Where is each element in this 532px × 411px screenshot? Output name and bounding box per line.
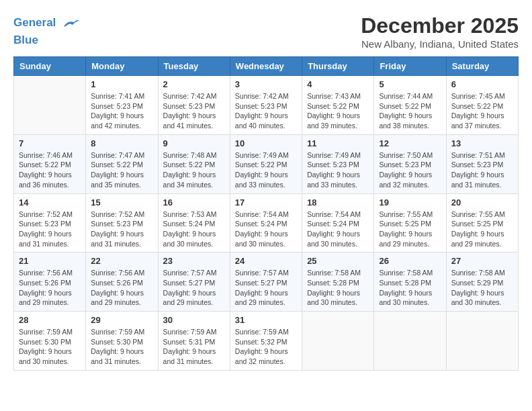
- day-number: 4: [307, 79, 369, 89]
- calendar-cell: 2Sunrise: 7:42 AMSunset: 5:23 PMDaylight…: [158, 76, 230, 135]
- day-number: 12: [379, 138, 441, 148]
- day-number: 13: [451, 138, 513, 148]
- calendar-cell: [446, 312, 518, 371]
- day-number: 17: [235, 197, 297, 208]
- day-info: Sunrise: 7:54 AMSunset: 5:24 PMDaylight:…: [235, 210, 297, 249]
- logo-text-blue: Blue: [13, 34, 81, 47]
- day-info: Sunrise: 7:45 AMSunset: 5:22 PMDaylight:…: [451, 91, 513, 131]
- day-info: Sunrise: 7:52 AMSunset: 5:23 PMDaylight:…: [91, 210, 152, 249]
- day-number: 11: [307, 138, 369, 148]
- calendar-cell: 6Sunrise: 7:45 AMSunset: 5:22 PMDaylight…: [446, 76, 518, 135]
- day-number: 24: [235, 256, 297, 266]
- day-info: Sunrise: 7:49 AMSunset: 5:23 PMDaylight:…: [307, 150, 369, 190]
- day-number: 28: [19, 315, 81, 325]
- day-info: Sunrise: 7:46 AMSunset: 5:22 PMDaylight:…: [19, 150, 81, 190]
- calendar-week-row: 21Sunrise: 7:56 AMSunset: 5:26 PMDayligh…: [14, 253, 519, 312]
- day-info: Sunrise: 7:55 AMSunset: 5:25 PMDaylight:…: [379, 210, 441, 249]
- title-section: December 2025 New Albany, Indiana, Unite…: [361, 13, 519, 50]
- day-number: 15: [91, 197, 152, 208]
- calendar-cell: 14Sunrise: 7:52 AMSunset: 5:23 PMDayligh…: [14, 193, 86, 253]
- day-number: 1: [91, 79, 152, 89]
- calendar-cell: [302, 312, 374, 371]
- day-number: 6: [451, 79, 513, 89]
- day-info: Sunrise: 7:53 AMSunset: 5:24 PMDaylight:…: [163, 210, 225, 249]
- calendar-cell: 16Sunrise: 7:53 AMSunset: 5:24 PMDayligh…: [158, 193, 230, 253]
- day-info: Sunrise: 7:59 AMSunset: 5:31 PMDaylight:…: [163, 327, 225, 367]
- day-info: Sunrise: 7:58 AMSunset: 5:28 PMDaylight:…: [307, 268, 369, 308]
- day-info: Sunrise: 7:43 AMSunset: 5:22 PMDaylight:…: [307, 91, 369, 131]
- calendar-cell: 22Sunrise: 7:56 AMSunset: 5:26 PMDayligh…: [86, 253, 158, 312]
- location-title: New Albany, Indiana, United States: [361, 38, 519, 50]
- day-number: 25: [307, 256, 369, 266]
- calendar-cell: 12Sunrise: 7:50 AMSunset: 5:23 PMDayligh…: [374, 134, 446, 193]
- day-info: Sunrise: 7:47 AMSunset: 5:22 PMDaylight:…: [91, 150, 152, 190]
- calendar-day-header-sunday: Sunday: [14, 57, 86, 76]
- calendar-day-header-thursday: Thursday: [302, 57, 374, 76]
- calendar-cell: 25Sunrise: 7:58 AMSunset: 5:28 PMDayligh…: [302, 253, 374, 312]
- day-number: 14: [19, 197, 81, 208]
- calendar-day-header-friday: Friday: [374, 57, 446, 76]
- calendar-cell: 23Sunrise: 7:57 AMSunset: 5:27 PMDayligh…: [158, 253, 230, 312]
- day-info: Sunrise: 7:41 AMSunset: 5:23 PMDaylight:…: [91, 91, 152, 131]
- calendar-cell: 20Sunrise: 7:55 AMSunset: 5:25 PMDayligh…: [446, 193, 518, 253]
- day-number: 20: [451, 197, 513, 208]
- day-number: 8: [91, 138, 152, 148]
- calendar-cell: 17Sunrise: 7:54 AMSunset: 5:24 PMDayligh…: [230, 193, 302, 253]
- calendar-cell: 1Sunrise: 7:41 AMSunset: 5:23 PMDaylight…: [86, 76, 158, 135]
- day-info: Sunrise: 7:42 AMSunset: 5:23 PMDaylight:…: [163, 91, 225, 131]
- calendar-cell: 26Sunrise: 7:58 AMSunset: 5:28 PMDayligh…: [374, 253, 446, 312]
- calendar-cell: 3Sunrise: 7:42 AMSunset: 5:23 PMDaylight…: [230, 76, 302, 135]
- calendar-cell: 31Sunrise: 7:59 AMSunset: 5:32 PMDayligh…: [230, 312, 302, 371]
- calendar-week-row: 7Sunrise: 7:46 AMSunset: 5:22 PMDaylight…: [14, 134, 519, 193]
- day-number: 31: [235, 315, 297, 325]
- calendar-cell: 28Sunrise: 7:59 AMSunset: 5:30 PMDayligh…: [14, 312, 86, 371]
- page-header: General Blue December 2025 New Albany, I…: [13, 13, 519, 50]
- day-number: 21: [19, 256, 81, 266]
- day-number: 5: [379, 79, 441, 89]
- calendar-week-row: 14Sunrise: 7:52 AMSunset: 5:23 PMDayligh…: [14, 193, 519, 253]
- calendar-cell: 11Sunrise: 7:49 AMSunset: 5:23 PMDayligh…: [302, 134, 374, 193]
- calendar-cell: 15Sunrise: 7:52 AMSunset: 5:23 PMDayligh…: [86, 193, 158, 253]
- day-number: 23: [163, 256, 225, 266]
- calendar-cell: 30Sunrise: 7:59 AMSunset: 5:31 PMDayligh…: [158, 312, 230, 371]
- logo-text-general: General: [13, 16, 56, 29]
- day-info: Sunrise: 7:48 AMSunset: 5:22 PMDaylight:…: [163, 150, 225, 190]
- calendar-table: SundayMondayTuesdayWednesdayThursdayFrid…: [13, 56, 519, 371]
- logo-bird-icon: [60, 13, 81, 34]
- day-number: 19: [379, 197, 441, 208]
- day-number: 30: [163, 315, 225, 325]
- month-title: December 2025: [361, 13, 519, 38]
- day-info: Sunrise: 7:59 AMSunset: 5:30 PMDaylight:…: [91, 327, 152, 367]
- calendar-day-header-tuesday: Tuesday: [158, 57, 230, 76]
- calendar-cell: 8Sunrise: 7:47 AMSunset: 5:22 PMDaylight…: [86, 134, 158, 193]
- day-number: 10: [235, 138, 297, 148]
- day-number: 22: [91, 256, 152, 266]
- calendar-day-header-saturday: Saturday: [446, 57, 518, 76]
- day-info: Sunrise: 7:56 AMSunset: 5:26 PMDaylight:…: [19, 268, 81, 308]
- calendar-cell: 18Sunrise: 7:54 AMSunset: 5:24 PMDayligh…: [302, 193, 374, 253]
- calendar-cell: 4Sunrise: 7:43 AMSunset: 5:22 PMDaylight…: [302, 76, 374, 135]
- day-number: 2: [163, 79, 225, 89]
- calendar-cell: 19Sunrise: 7:55 AMSunset: 5:25 PMDayligh…: [374, 193, 446, 253]
- day-info: Sunrise: 7:57 AMSunset: 5:27 PMDaylight:…: [235, 268, 297, 308]
- day-info: Sunrise: 7:54 AMSunset: 5:24 PMDaylight:…: [307, 210, 369, 249]
- calendar-cell: 29Sunrise: 7:59 AMSunset: 5:30 PMDayligh…: [86, 312, 158, 371]
- day-info: Sunrise: 7:50 AMSunset: 5:23 PMDaylight:…: [379, 150, 441, 190]
- calendar-cell: 24Sunrise: 7:57 AMSunset: 5:27 PMDayligh…: [230, 253, 302, 312]
- day-number: 26: [379, 256, 441, 266]
- calendar-week-row: 28Sunrise: 7:59 AMSunset: 5:30 PMDayligh…: [14, 312, 519, 371]
- day-info: Sunrise: 7:55 AMSunset: 5:25 PMDaylight:…: [451, 210, 513, 249]
- day-number: 18: [307, 197, 369, 208]
- day-info: Sunrise: 7:52 AMSunset: 5:23 PMDaylight:…: [19, 210, 81, 249]
- calendar-cell: 5Sunrise: 7:44 AMSunset: 5:22 PMDaylight…: [374, 76, 446, 135]
- calendar-day-header-monday: Monday: [86, 57, 158, 76]
- day-info: Sunrise: 7:58 AMSunset: 5:28 PMDaylight:…: [379, 268, 441, 308]
- day-info: Sunrise: 7:44 AMSunset: 5:22 PMDaylight:…: [379, 91, 441, 131]
- day-info: Sunrise: 7:56 AMSunset: 5:26 PMDaylight:…: [91, 268, 152, 308]
- calendar-cell: 21Sunrise: 7:56 AMSunset: 5:26 PMDayligh…: [14, 253, 86, 312]
- calendar-cell: 10Sunrise: 7:49 AMSunset: 5:22 PMDayligh…: [230, 134, 302, 193]
- day-number: 7: [19, 138, 81, 148]
- day-info: Sunrise: 7:57 AMSunset: 5:27 PMDaylight:…: [163, 268, 225, 308]
- day-number: 29: [91, 315, 152, 325]
- calendar-cell: [374, 312, 446, 371]
